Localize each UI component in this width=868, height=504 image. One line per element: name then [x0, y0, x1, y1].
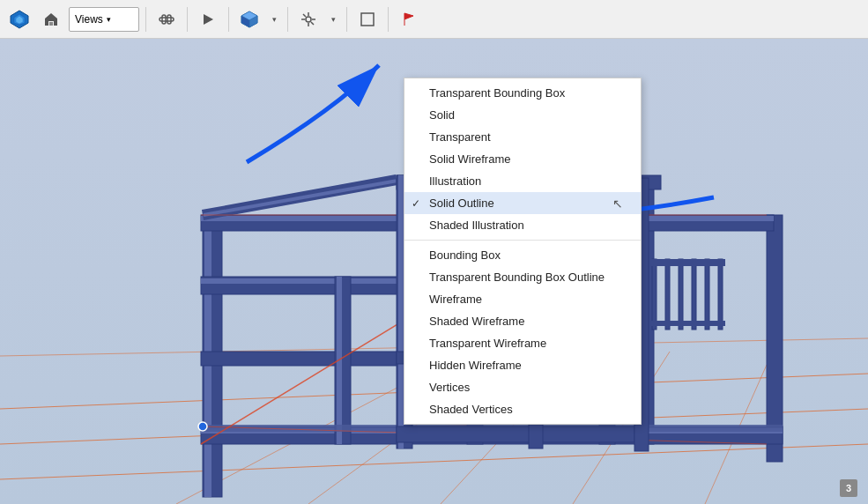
separator-5 [346, 7, 347, 32]
menu-label: Wireframe [429, 293, 482, 306]
separator-4 [287, 7, 288, 32]
menu-item-wireframe[interactable]: Wireframe [404, 288, 641, 310]
checkmark-icon: ✓ [412, 197, 420, 210]
svg-rect-54 [718, 259, 723, 330]
menu-label: Solid Outline [429, 196, 494, 210]
menu-label: Solid [429, 108, 455, 122]
menu-item-shaded-illustration[interactable]: Shaded Illustration [404, 214, 641, 236]
menu-item-solid-outline[interactable]: ✓ Solid Outline ↖ [404, 192, 641, 214]
flag-button[interactable] [395, 5, 423, 33]
menu-item-shaded-wireframe[interactable]: Shaded Wireframe [404, 310, 641, 332]
satellite-button[interactable] [294, 5, 323, 33]
menu-label: Transparent Bounding Box Outline [429, 271, 605, 284]
cursor-icon: ↖ [612, 196, 623, 211]
svg-rect-52 [692, 259, 696, 330]
logo-button[interactable] [5, 5, 33, 33]
menu-label: Shaded Illustration [429, 219, 524, 232]
separator-2 [187, 7, 188, 32]
cube-dropdown-arrow[interactable]: ▾ [267, 5, 281, 33]
menu-label: Transparent Wireframe [429, 337, 546, 350]
svg-rect-3 [49, 22, 53, 26]
svg-rect-50 [665, 259, 670, 330]
cube-button[interactable] [235, 5, 263, 33]
menu-item-transparent-wireframe[interactable]: Transparent Wireframe [404, 332, 641, 354]
menu-label: Transparent [429, 130, 491, 144]
svg-line-17 [303, 14, 306, 17]
menu-item-illustration[interactable]: Illustration [404, 170, 641, 192]
svg-rect-64 [397, 426, 634, 442]
menu-item-vertices[interactable]: Vertices [404, 376, 641, 398]
menu-item-transparent-bounding-box-outline[interactable]: Transparent Bounding Box Outline [404, 266, 641, 288]
menu-item-solid-wireframe[interactable]: Solid Wireframe [404, 148, 641, 170]
play-button[interactable] [194, 5, 222, 33]
svg-rect-5 [162, 15, 166, 24]
menu-item-shaded-vertices[interactable]: Shaded Vertices [404, 398, 641, 420]
page-badge: 3 [840, 479, 857, 497]
svg-rect-56 [650, 321, 725, 326]
svg-rect-19 [361, 13, 374, 26]
home-button[interactable] [37, 5, 65, 33]
menu-label: Transparent Bounding Box [429, 86, 565, 100]
viewport: Transparent Bounding Box Solid Transpare… [0, 39, 868, 504]
menu-item-bounding-box[interactable]: Bounding Box [404, 244, 641, 266]
separator-3 [228, 7, 229, 32]
menu-item-transparent[interactable]: Transparent [404, 126, 641, 148]
views-dropdown-label: Views [75, 13, 103, 26]
menu-label: Shaded Vertices [429, 403, 513, 416]
menu-item-hidden-wireframe[interactable]: Hidden Wireframe [404, 354, 641, 376]
menu-label: Shaded Wireframe [429, 315, 524, 328]
svg-point-60 [198, 422, 207, 431]
svg-point-12 [306, 17, 311, 22]
views-dropdown[interactable]: Views ▾ [69, 7, 139, 32]
svg-line-18 [311, 22, 314, 25]
menu-label: Illustration [429, 174, 481, 188]
separator-1 [145, 7, 146, 32]
svg-rect-49 [652, 259, 657, 330]
svg-rect-53 [705, 259, 709, 330]
page-number: 3 [846, 483, 851, 493]
menu-label: Solid Wireframe [429, 152, 510, 166]
dropdown-menu: Transparent Bounding Box Solid Transpare… [404, 78, 642, 425]
menu-separator-1 [404, 240, 641, 241]
menu-item-solid[interactable]: Solid [404, 104, 641, 126]
svg-rect-51 [679, 259, 683, 330]
menu-label: Vertices [429, 381, 470, 394]
separator-6 [388, 7, 389, 32]
menu-label: Bounding Box [429, 248, 501, 262]
svg-marker-7 [204, 14, 213, 25]
views-dropdown-arrow: ▾ [107, 15, 111, 24]
satellite-dropdown-arrow[interactable]: ▾ [326, 5, 340, 33]
menu-label: Hidden Wireframe [429, 359, 522, 372]
svg-rect-55 [650, 259, 725, 266]
toolbar: Views ▾ ▾ [0, 0, 868, 39]
link-button[interactable] [152, 5, 181, 33]
svg-rect-6 [167, 15, 171, 24]
menu-item-transparent-bounding-box[interactable]: Transparent Bounding Box [404, 82, 641, 104]
square-button[interactable] [353, 5, 382, 33]
